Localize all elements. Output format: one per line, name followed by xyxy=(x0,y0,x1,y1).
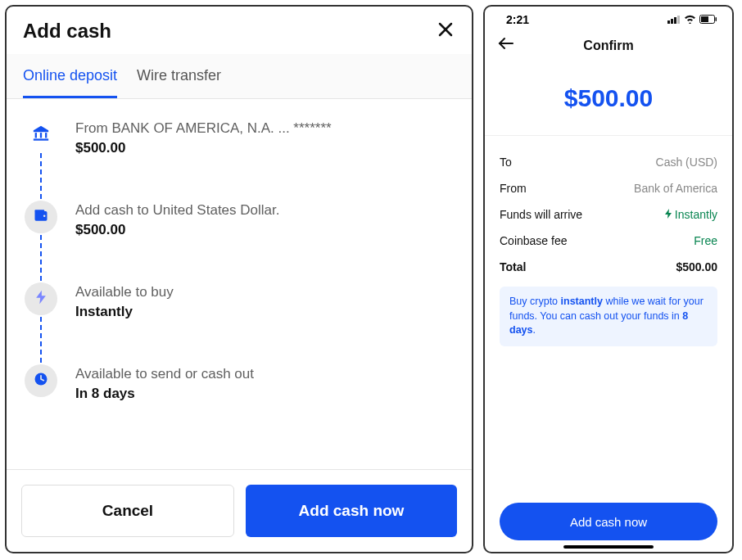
add-cash-modal: Add cash Online deposit Wire transfer Fr… xyxy=(5,5,473,553)
detail-label: To xyxy=(500,156,512,169)
confirm-title: Confirm xyxy=(583,38,633,53)
step-value: $500.00 xyxy=(75,222,279,238)
detail-value: Cash (USD) xyxy=(656,156,717,169)
detail-label: Total xyxy=(500,260,526,273)
confirm-screen: 2:21 Confirm $500.00 To Cash (USD) From xyxy=(483,5,734,553)
status-bar: 2:21 xyxy=(485,7,732,28)
row-total: Total $500.00 xyxy=(500,254,717,280)
svg-rect-15 xyxy=(701,16,708,22)
step-value: $500.00 xyxy=(75,140,332,156)
detail-value: $500.00 xyxy=(676,260,717,273)
wifi-icon xyxy=(684,13,696,26)
lightning-icon xyxy=(664,208,672,221)
detail-value: Free xyxy=(694,234,717,247)
detail-value: Bank of America xyxy=(634,182,717,195)
step-label: From BANK OF AMERICA, N.A. ... ******* xyxy=(75,120,332,137)
row-to: To Cash (USD) xyxy=(500,149,717,175)
detail-label: From xyxy=(500,182,527,195)
step-value: In 8 days xyxy=(75,386,254,402)
battery-icon xyxy=(699,13,717,26)
step-label: Available to send or cash out xyxy=(75,366,254,382)
svg-rect-7 xyxy=(35,210,45,212)
svg-rect-16 xyxy=(716,17,717,21)
status-time: 2:21 xyxy=(506,13,529,26)
home-indicator[interactable] xyxy=(563,545,654,549)
svg-rect-4 xyxy=(45,133,47,138)
clock-icon xyxy=(33,371,49,391)
svg-rect-11 xyxy=(671,19,673,24)
tab-online-deposit[interactable]: Online deposit xyxy=(23,54,117,98)
detail-label: Funds will arrive xyxy=(500,208,582,221)
bank-icon xyxy=(32,124,50,146)
detail-label: Coinbase fee xyxy=(500,234,568,247)
details-list: To Cash (USD) From Bank of America Funds… xyxy=(485,136,732,280)
svg-rect-13 xyxy=(677,16,680,24)
step-value: Instantly xyxy=(75,304,174,320)
signal-icon xyxy=(667,13,681,26)
row-from: From Bank of America xyxy=(500,175,717,201)
step-label: Available to buy xyxy=(75,284,174,300)
modal-header: Add cash xyxy=(7,7,472,54)
step-available-buy: Available to buy Instantly xyxy=(25,282,454,364)
modal-footer: Cancel Add cash now xyxy=(7,469,472,552)
amount-display: $500.00 xyxy=(485,63,732,135)
close-icon[interactable] xyxy=(436,20,455,43)
step-from-bank: From BANK OF AMERICA, N.A. ... ******* $… xyxy=(25,119,454,201)
svg-rect-10 xyxy=(667,20,670,24)
step-available-send: Available to send or cash out In 8 days xyxy=(25,364,454,410)
wallet-icon xyxy=(33,207,49,227)
step-label: Add cash to United States Dollar. xyxy=(75,202,279,219)
detail-value: Instantly xyxy=(664,208,717,221)
svg-rect-12 xyxy=(674,17,676,24)
tabs: Online deposit Wire transfer xyxy=(7,54,472,99)
lightning-icon xyxy=(33,289,49,309)
svg-rect-3 xyxy=(40,133,42,138)
row-fee: Coinbase fee Free xyxy=(500,228,717,254)
svg-rect-5 xyxy=(34,138,48,140)
back-icon[interactable] xyxy=(498,36,514,55)
add-cash-button[interactable]: Add cash now xyxy=(246,485,457,537)
confirm-header: Confirm xyxy=(485,28,732,63)
tab-wire-transfer[interactable]: Wire transfer xyxy=(137,54,221,98)
steps-list: From BANK OF AMERICA, N.A. ... ******* $… xyxy=(7,99,472,469)
modal-title: Add cash xyxy=(23,20,111,43)
svg-rect-2 xyxy=(35,133,37,138)
svg-point-8 xyxy=(43,215,46,218)
cancel-button[interactable]: Cancel xyxy=(21,485,234,537)
step-add-cash: Add cash to United States Dollar. $500.0… xyxy=(25,201,454,282)
row-arrive: Funds will arrive Instantly xyxy=(500,201,717,228)
info-banner: Buy crypto instantly while we wait for y… xyxy=(500,287,717,346)
add-cash-button[interactable]: Add cash now xyxy=(500,503,717,540)
